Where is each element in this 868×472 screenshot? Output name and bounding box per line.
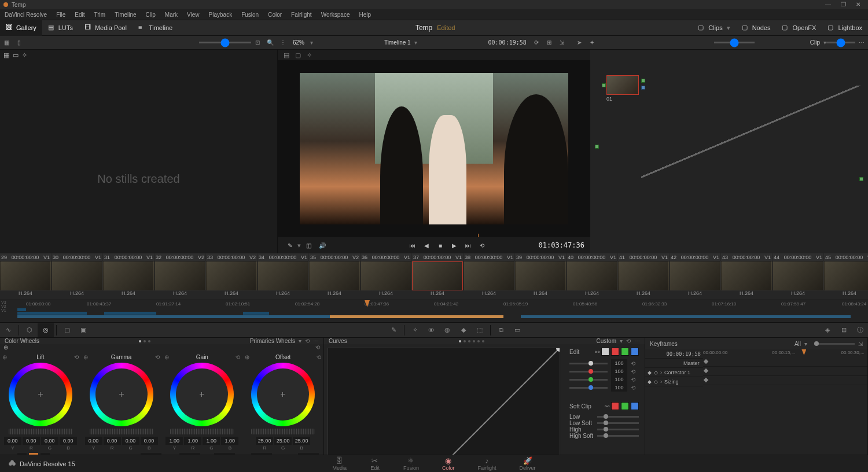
jog-wheel[interactable] — [251, 429, 315, 434]
menu-workspace[interactable]: Workspace — [317, 10, 355, 19]
menu-playback[interactable]: Playback — [204, 10, 237, 19]
intensity-slider[interactable]: 100⟲ — [569, 375, 639, 384]
curve-graph[interactable] — [328, 348, 560, 472]
tool-qualifier-icon[interactable]: ⬡ — [21, 323, 38, 337]
node-zoom-slider[interactable] — [714, 42, 755, 43]
toolbar-openfx[interactable]: ▢OpenFX — [776, 20, 822, 36]
clip-label[interactable]: Clip — [807, 39, 823, 46]
clip-thumbnail[interactable]: 3200:00:00:00V2H.264 — [155, 253, 205, 300]
color-wheel[interactable] — [251, 363, 315, 426]
wheel-picker-icon[interactable]: ⊕ — [164, 354, 169, 360]
source-timecode[interactable]: 00:00:19;58 — [485, 39, 530, 46]
zoom-menu-icon[interactable]: ⋮ — [277, 37, 289, 49]
tool-curves-icon[interactable]: ∿ — [0, 323, 16, 337]
sc-b-button[interactable] — [631, 402, 639, 410]
pointer-icon[interactable]: ➤ — [573, 37, 586, 49]
wheel-bw-icon[interactable]: ⊕ — [3, 344, 8, 351]
effects-icon[interactable]: ✦ — [586, 37, 598, 49]
toolbar-nodes[interactable]: ▢Nodes — [736, 20, 777, 36]
color-wheel[interactable] — [9, 363, 72, 426]
menu-timeline[interactable]: Timeline — [110, 10, 141, 19]
timeline-name[interactable]: Timeline 1 — [381, 39, 414, 46]
clip-thumbnail[interactable]: 4000:00:00:00V1H.264 — [567, 253, 617, 300]
jog-wheel[interactable] — [170, 429, 234, 434]
clip-thumbnail[interactable]: 3600:00:00:00V1H.264 — [361, 253, 411, 300]
gang-icon[interactable]: ⚯ — [595, 349, 599, 355]
color-wheel[interactable] — [90, 363, 153, 426]
grid-icon[interactable]: ⊞ — [543, 37, 556, 49]
tool-blur-icon[interactable]: ◍ — [439, 323, 455, 337]
kf-track-corrector[interactable] — [703, 367, 867, 376]
tool-info-icon[interactable]: ⓘ — [852, 323, 868, 337]
clip-thumbnail[interactable]: 3500:00:00:00V2H.264 — [309, 253, 360, 300]
tool-wand-icon[interactable]: ✧ — [407, 323, 423, 337]
goto-start-icon[interactable]: ⏮ — [406, 239, 419, 252]
tool-adjust-icon[interactable]: ✎ — [385, 323, 402, 337]
tool-scopes-icon[interactable]: ⊞ — [836, 323, 852, 337]
kf-track-master[interactable] — [703, 357, 867, 367]
jog-wheel[interactable] — [9, 429, 72, 434]
wheel-reset-icon[interactable]: ⟲ — [155, 354, 160, 360]
clip-thumbnail[interactable]: 4200:00:00:00V1H.264 — [670, 253, 720, 300]
tool-window-icon[interactable]: ▢ — [59, 323, 75, 337]
menu-mark[interactable]: Mark — [160, 10, 182, 19]
node-options-icon[interactable]: ⋯ — [855, 37, 868, 49]
wheel-value[interactable]: 1.00 — [165, 437, 183, 445]
zoom-fit-icon[interactable]: ⊡ — [251, 37, 264, 49]
wheel-picker-icon[interactable]: ⊕ — [83, 354, 88, 360]
viewer-opt3-icon[interactable]: ✧ — [307, 51, 312, 59]
clip-thumbnail[interactable]: 4300:00:00:00V1H.264 — [721, 253, 772, 300]
wheel-reset-icon[interactable]: ⟲ — [74, 354, 79, 360]
intensity-slider[interactable]: 100⟲ — [569, 367, 639, 375]
keyframes-filter[interactable]: All — [795, 341, 801, 347]
clip-thumbnail[interactable]: 3300:00:00:00V2H.264 — [206, 253, 257, 300]
softclip-slider[interactable]: Low — [569, 414, 639, 420]
gallery-view2-icon[interactable]: ▭ — [13, 51, 19, 59]
play-icon[interactable]: ▶ — [448, 239, 461, 252]
stop-icon[interactable]: ■ — [434, 239, 447, 252]
dual-viewer-icon[interactable]: ▯ — [13, 37, 25, 49]
page-media[interactable]: 🗄Media — [332, 456, 347, 471]
zoom-value[interactable]: 62% — [289, 39, 308, 46]
clip-zoom-slider[interactable] — [826, 42, 855, 43]
wheel-value[interactable]: 0.00 — [85, 437, 102, 445]
node-input-dot[interactable] — [602, 83, 606, 87]
intensity-slider[interactable]: 100⟲ — [569, 384, 639, 392]
kf-track-sizing[interactable] — [703, 376, 867, 385]
menu-fairlight[interactable]: Fairlight — [286, 10, 317, 19]
tool-highlight-icon[interactable]: ◈ — [819, 323, 836, 337]
wheel-value[interactable]: 1.00 — [184, 437, 201, 445]
clip-thumbnail[interactable]: 3100:00:00:00V1H.264 — [103, 253, 154, 300]
wheel-value[interactable]: 1.00 — [203, 437, 220, 445]
wheels-reset-icon[interactable]: ⟲ — [305, 338, 310, 344]
menu-fusion[interactable]: Fusion — [237, 10, 263, 19]
toolbar-gallery[interactable]: 🖼Gallery — [0, 20, 42, 36]
gallery-view1-icon[interactable]: ▦ — [3, 51, 9, 59]
curves-mode[interactable]: Custom — [597, 338, 616, 344]
loop-icon[interactable]: ⟲ — [476, 239, 488, 252]
reset-icon[interactable]: ⟲ — [631, 368, 639, 375]
node-aux-dot[interactable] — [595, 145, 599, 149]
viewer-scrubber[interactable] — [278, 234, 590, 237]
wheels-page-dots[interactable] — [139, 340, 150, 342]
channel-g-button[interactable] — [621, 348, 629, 356]
curves-reset-icon[interactable]: ⟲ — [626, 338, 631, 344]
clip-thumbnail[interactable]: 4100:00:00:00V1H.264 — [618, 253, 669, 300]
kf-timecode[interactable]: 00:00:19;58 — [645, 349, 703, 359]
clip-thumbnail[interactable]: 4400:00:00:00V1H.264 — [773, 253, 823, 300]
page-fusion[interactable]: ⚛Fusion — [403, 456, 419, 471]
page-edit[interactable]: ✂Edit — [370, 456, 380, 471]
viewer-display[interactable] — [278, 60, 590, 237]
reset-icon[interactable]: ⟲ — [631, 385, 639, 391]
clip-thumbnail[interactable]: 3900:00:00:00V1H.264 — [515, 253, 566, 300]
eyedropper-icon[interactable]: ✎ — [284, 239, 296, 252]
menu-clip[interactable]: Clip — [141, 10, 160, 19]
viewer-opt2-icon[interactable]: ▢ — [295, 51, 301, 59]
menu-file[interactable]: File — [52, 10, 70, 19]
wheel-reset-all-icon[interactable]: ⟲ — [315, 344, 320, 351]
wheel-picker-icon[interactable]: ⊕ — [245, 354, 249, 360]
menu-trim[interactable]: Trim — [90, 10, 111, 19]
softclip-slider[interactable]: Low Soft — [569, 420, 639, 426]
menu-help[interactable]: Help — [354, 10, 376, 19]
channel-b-button[interactable] — [631, 348, 639, 356]
